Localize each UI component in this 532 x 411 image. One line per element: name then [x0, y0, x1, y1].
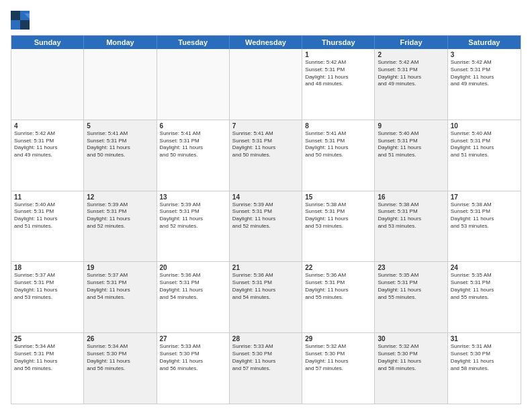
header-day-monday: Monday	[84, 36, 157, 49]
logo-icon	[11, 11, 30, 30]
day-info: Sunrise: 5:40 AM Sunset: 5:31 PM Dayligh…	[14, 201, 81, 230]
calendar-cell-day-21: 21Sunrise: 5:36 AM Sunset: 5:31 PM Dayli…	[230, 262, 302, 332]
day-number: 8	[305, 122, 371, 130]
day-info: Sunrise: 5:36 AM Sunset: 5:31 PM Dayligh…	[160, 272, 226, 301]
day-number: 31	[451, 335, 518, 342]
day-number: 19	[87, 264, 153, 271]
day-info: Sunrise: 5:39 AM Sunset: 5:31 PM Dayligh…	[160, 201, 226, 230]
calendar-cell-empty	[11, 49, 84, 120]
calendar-cell-day-27: 27Sunrise: 5:33 AM Sunset: 5:30 PM Dayli…	[157, 333, 230, 404]
day-number: 5	[87, 122, 153, 130]
day-number: 3	[451, 51, 518, 58]
day-number: 16	[378, 193, 444, 201]
day-number: 22	[305, 264, 371, 271]
day-number: 7	[232, 122, 299, 130]
calendar-cell-empty	[230, 49, 302, 120]
header-day-thursday: Thursday	[302, 36, 375, 49]
calendar-cell-day-16: 16Sunrise: 5:38 AM Sunset: 5:31 PM Dayli…	[375, 191, 447, 262]
calendar-cell-empty	[157, 49, 230, 120]
calendar-row-2: 4Sunrise: 5:42 AM Sunset: 5:31 PM Daylig…	[11, 120, 521, 191]
day-number: 24	[451, 264, 518, 271]
page: SundayMondayTuesdayWednesdayThursdayFrid…	[0, 0, 532, 411]
day-info: Sunrise: 5:37 AM Sunset: 5:31 PM Dayligh…	[87, 272, 153, 301]
day-info: Sunrise: 5:39 AM Sunset: 5:31 PM Dayligh…	[232, 201, 299, 230]
calendar-cell-day-7: 7Sunrise: 5:41 AM Sunset: 5:31 PM Daylig…	[230, 120, 302, 191]
day-info: Sunrise: 5:34 AM Sunset: 5:30 PM Dayligh…	[87, 343, 153, 372]
calendar-row-5: 25Sunrise: 5:34 AM Sunset: 5:31 PM Dayli…	[11, 332, 521, 404]
calendar: SundayMondayTuesdayWednesdayThursdayFrid…	[11, 35, 521, 404]
header-day-tuesday: Tuesday	[157, 36, 230, 49]
calendar-header: SundayMondayTuesdayWednesdayThursdayFrid…	[11, 36, 521, 49]
calendar-cell-day-19: 19Sunrise: 5:37 AM Sunset: 5:31 PM Dayli…	[84, 262, 157, 332]
day-info: Sunrise: 5:38 AM Sunset: 5:31 PM Dayligh…	[378, 201, 444, 230]
svg-rect-3	[20, 20, 30, 30]
day-info: Sunrise: 5:42 AM Sunset: 5:31 PM Dayligh…	[305, 59, 371, 88]
calendar-cell-day-12: 12Sunrise: 5:39 AM Sunset: 5:31 PM Dayli…	[84, 191, 157, 262]
calendar-cell-day-9: 9Sunrise: 5:40 AM Sunset: 5:31 PM Daylig…	[375, 120, 447, 191]
calendar-cell-day-28: 28Sunrise: 5:33 AM Sunset: 5:30 PM Dayli…	[230, 333, 302, 404]
day-info: Sunrise: 5:42 AM Sunset: 5:31 PM Dayligh…	[451, 59, 518, 88]
day-number: 4	[14, 122, 81, 130]
day-number: 20	[160, 264, 226, 271]
calendar-cell-day-2: 2Sunrise: 5:42 AM Sunset: 5:31 PM Daylig…	[375, 49, 447, 120]
day-number: 17	[451, 193, 518, 201]
day-number: 21	[232, 264, 299, 271]
calendar-cell-day-30: 30Sunrise: 5:32 AM Sunset: 5:30 PM Dayli…	[375, 333, 447, 404]
day-number: 30	[378, 335, 444, 342]
calendar-cell-day-10: 10Sunrise: 5:40 AM Sunset: 5:31 PM Dayli…	[448, 120, 521, 191]
logo	[11, 11, 32, 30]
calendar-cell-day-26: 26Sunrise: 5:34 AM Sunset: 5:30 PM Dayli…	[84, 333, 157, 404]
svg-rect-0	[11, 11, 20, 20]
day-info: Sunrise: 5:39 AM Sunset: 5:31 PM Dayligh…	[87, 201, 153, 230]
day-number: 2	[378, 51, 444, 58]
calendar-cell-day-17: 17Sunrise: 5:38 AM Sunset: 5:31 PM Dayli…	[448, 191, 521, 262]
calendar-cell-day-13: 13Sunrise: 5:39 AM Sunset: 5:31 PM Dayli…	[157, 191, 230, 262]
calendar-row-4: 18Sunrise: 5:37 AM Sunset: 5:31 PM Dayli…	[11, 261, 521, 332]
day-number: 25	[14, 335, 81, 342]
calendar-cell-day-25: 25Sunrise: 5:34 AM Sunset: 5:31 PM Dayli…	[11, 333, 84, 404]
day-info: Sunrise: 5:38 AM Sunset: 5:31 PM Dayligh…	[305, 201, 371, 230]
day-number: 28	[232, 335, 299, 342]
day-number: 9	[378, 122, 444, 130]
calendar-cell-day-22: 22Sunrise: 5:36 AM Sunset: 5:31 PM Dayli…	[302, 262, 375, 332]
day-info: Sunrise: 5:34 AM Sunset: 5:31 PM Dayligh…	[14, 343, 81, 372]
calendar-cell-day-15: 15Sunrise: 5:38 AM Sunset: 5:31 PM Dayli…	[302, 191, 375, 262]
day-info: Sunrise: 5:32 AM Sunset: 5:30 PM Dayligh…	[378, 343, 444, 372]
calendar-cell-day-11: 11Sunrise: 5:40 AM Sunset: 5:31 PM Dayli…	[11, 191, 84, 262]
day-number: 1	[305, 51, 371, 58]
calendar-row-3: 11Sunrise: 5:40 AM Sunset: 5:31 PM Dayli…	[11, 191, 521, 262]
calendar-cell-day-31: 31Sunrise: 5:31 AM Sunset: 5:30 PM Dayli…	[448, 333, 521, 404]
day-number: 26	[87, 335, 153, 342]
day-info: Sunrise: 5:41 AM Sunset: 5:31 PM Dayligh…	[305, 130, 371, 159]
day-number: 15	[305, 193, 371, 201]
header-day-friday: Friday	[375, 36, 447, 49]
calendar-row-1: 1Sunrise: 5:42 AM Sunset: 5:31 PM Daylig…	[11, 49, 521, 120]
day-info: Sunrise: 5:41 AM Sunset: 5:31 PM Dayligh…	[160, 130, 226, 159]
calendar-cell-day-4: 4Sunrise: 5:42 AM Sunset: 5:31 PM Daylig…	[11, 120, 84, 191]
calendar-cell-day-14: 14Sunrise: 5:39 AM Sunset: 5:31 PM Dayli…	[230, 191, 302, 262]
day-info: Sunrise: 5:41 AM Sunset: 5:31 PM Dayligh…	[87, 130, 153, 159]
day-info: Sunrise: 5:40 AM Sunset: 5:31 PM Dayligh…	[451, 130, 518, 159]
day-info: Sunrise: 5:33 AM Sunset: 5:30 PM Dayligh…	[232, 343, 299, 372]
day-number: 29	[305, 335, 371, 342]
day-info: Sunrise: 5:31 AM Sunset: 5:30 PM Dayligh…	[451, 343, 518, 372]
calendar-cell-day-29: 29Sunrise: 5:32 AM Sunset: 5:30 PM Dayli…	[302, 333, 375, 404]
header-day-saturday: Saturday	[448, 36, 521, 49]
day-number: 23	[378, 264, 444, 271]
day-info: Sunrise: 5:32 AM Sunset: 5:30 PM Dayligh…	[305, 343, 371, 372]
day-info: Sunrise: 5:33 AM Sunset: 5:30 PM Dayligh…	[160, 343, 226, 372]
calendar-cell-day-20: 20Sunrise: 5:36 AM Sunset: 5:31 PM Dayli…	[157, 262, 230, 332]
day-number: 14	[232, 193, 299, 201]
calendar-cell-day-3: 3Sunrise: 5:42 AM Sunset: 5:31 PM Daylig…	[448, 49, 521, 120]
day-info: Sunrise: 5:38 AM Sunset: 5:31 PM Dayligh…	[451, 201, 518, 230]
day-info: Sunrise: 5:36 AM Sunset: 5:31 PM Dayligh…	[305, 272, 371, 301]
day-number: 13	[160, 193, 226, 201]
day-info: Sunrise: 5:35 AM Sunset: 5:31 PM Dayligh…	[378, 272, 444, 301]
day-number: 27	[160, 335, 226, 342]
day-number: 18	[14, 264, 81, 271]
calendar-cell-empty	[84, 49, 157, 120]
calendar-cell-day-8: 8Sunrise: 5:41 AM Sunset: 5:31 PM Daylig…	[302, 120, 375, 191]
day-info: Sunrise: 5:42 AM Sunset: 5:31 PM Dayligh…	[14, 130, 81, 159]
day-number: 10	[451, 122, 518, 130]
day-info: Sunrise: 5:35 AM Sunset: 5:31 PM Dayligh…	[451, 272, 518, 301]
